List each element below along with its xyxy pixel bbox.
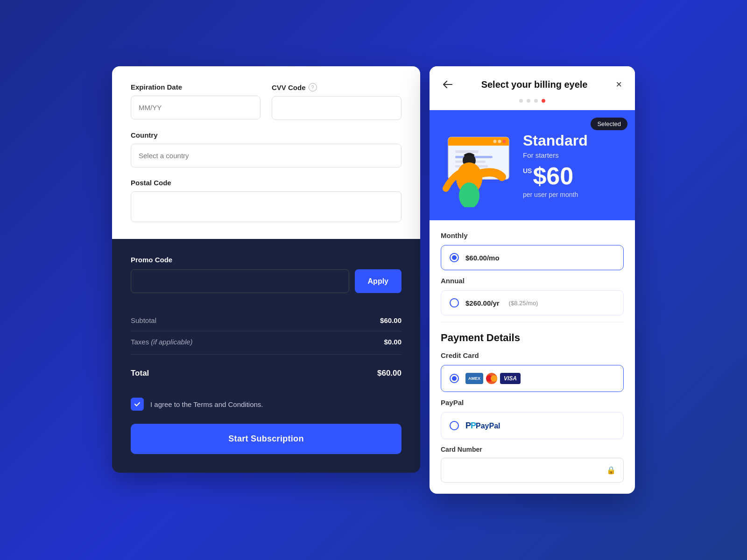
monthly-amount: $60.00/mo: [465, 254, 500, 262]
postal-group: Postal Code: [131, 179, 402, 222]
postal-input[interactable]: [131, 191, 402, 222]
payment-title: Payment Details: [441, 332, 624, 344]
paypal-section-title: PayPal: [441, 399, 624, 406]
monthly-option[interactable]: $60.00/mo: [441, 245, 624, 270]
total-value: $60.00: [377, 369, 402, 378]
right-header: Select your billing eyele ×: [430, 66, 635, 99]
start-subscription-button[interactable]: Start Subscription: [131, 424, 402, 454]
plan-price: US $60: [523, 164, 622, 188]
monthly-section-title: Monthly: [441, 231, 624, 239]
card-icons: AMEX VISA: [465, 373, 521, 384]
right-panel: Select your billing eyele ×: [430, 66, 635, 494]
taxes-label: Taxes (if applicable): [131, 338, 193, 346]
dot-1: [519, 99, 523, 103]
right-body: Monthly $60.00/mo Annual $260.00/yr ($8.…: [430, 220, 635, 494]
card-form-bottom: Promo Code Apply Subtotal $60.00 Taxes (…: [112, 239, 420, 473]
subtotal-label: Subtotal: [131, 316, 156, 324]
right-header-title: Select your billing eyele: [455, 79, 614, 90]
plan-name: Standard: [523, 132, 622, 149]
checkmark-icon: [134, 400, 141, 408]
apply-button[interactable]: Apply: [355, 269, 402, 293]
cvv-info-icon[interactable]: ?: [309, 83, 317, 91]
left-panel: Expiration Date CVV Code ? Country Posta…: [112, 66, 420, 473]
subtotal-row: Subtotal $60.00: [131, 310, 402, 331]
total-label: Total: [131, 369, 149, 378]
card-number-input[interactable]: [449, 466, 602, 474]
expiration-group: Expiration Date: [131, 83, 261, 120]
annual-section-title: Annual: [441, 277, 624, 285]
promo-input[interactable]: [131, 269, 349, 293]
plan-info: Selected Standard For starters US $60 pe…: [523, 132, 622, 198]
cvv-label: CVV Code ?: [272, 83, 402, 91]
illustration-svg: [430, 123, 523, 207]
mastercard-icon: [486, 373, 497, 384]
terms-checkbox[interactable]: [131, 398, 144, 411]
plan-per: per user per month: [523, 191, 622, 198]
amex-icon: AMEX: [465, 373, 483, 384]
country-group: Country: [131, 131, 402, 168]
selected-badge: Selected: [591, 118, 627, 130]
taxes-row: Taxes (if applicable) $0.00: [131, 331, 402, 352]
svg-point-9: [503, 140, 506, 143]
plan-subtitle: For starters: [523, 151, 622, 159]
monthly-radio: [450, 253, 459, 262]
paypal-option[interactable]: P P PayPal: [441, 412, 624, 439]
dot-2: [527, 99, 530, 103]
paypal-radio: [450, 421, 459, 430]
progress-dots: [430, 99, 635, 110]
annual-note: ($8.25/mo): [509, 300, 538, 307]
visa-icon: VISA: [500, 373, 521, 384]
promo-row: Apply: [131, 269, 402, 293]
taxes-value: $0.00: [384, 338, 402, 346]
card-form-top: Expiration Date CVV Code ? Country Posta…: [112, 66, 420, 239]
card-number-label: Card Number: [441, 446, 624, 453]
annual-radio: [450, 298, 459, 308]
country-input[interactable]: [131, 144, 402, 168]
svg-point-8: [498, 140, 501, 143]
expiry-cvv-row: Expiration Date CVV Code ?: [131, 83, 402, 120]
close-button[interactable]: ×: [614, 77, 624, 91]
back-arrow-icon: [443, 80, 453, 89]
back-button[interactable]: [441, 78, 455, 91]
terms-text: I agree to the Terms and Conditions.: [150, 400, 263, 408]
credit-card-section-title: Credit Card: [441, 351, 624, 359]
main-container: Expiration Date CVV Code ? Country Posta…: [112, 66, 635, 494]
expiration-input[interactable]: [131, 96, 261, 119]
payment-divider: [441, 322, 624, 322]
svg-rect-3: [455, 150, 479, 153]
svg-point-7: [493, 140, 497, 143]
promo-label: Promo Code: [131, 256, 402, 264]
paypal-logo: P P PayPal: [465, 420, 507, 431]
plan-currency: US: [523, 168, 532, 174]
svg-rect-2: [448, 143, 509, 146]
total-row: Total $60.00: [131, 362, 402, 385]
cvv-input[interactable]: [272, 96, 402, 120]
annual-option[interactable]: $260.00/yr ($8.25/mo): [441, 290, 624, 315]
cvv-group: CVV Code ?: [272, 83, 402, 120]
postal-label: Postal Code: [131, 179, 402, 187]
card-number-input-wrapper: 🔒: [441, 458, 624, 483]
plan-illustration: [430, 123, 523, 207]
expiration-label: Expiration Date: [131, 83, 261, 91]
promo-section: Promo Code Apply: [131, 256, 402, 293]
svg-text:PayPal: PayPal: [476, 422, 500, 430]
annual-amount: $260.00/yr: [465, 299, 500, 307]
credit-card-option[interactable]: AMEX VISA: [441, 365, 624, 392]
subtotal-value: $60.00: [380, 316, 402, 324]
totals-section: Subtotal $60.00 Taxes (if applicable) $0…: [131, 310, 402, 385]
plan-banner: Selected Standard For starters US $60 pe…: [430, 110, 635, 220]
dot-3: [534, 99, 538, 103]
card-number-section: Card Number 🔒: [441, 446, 624, 483]
dot-4-active: [542, 99, 545, 103]
country-label: Country: [131, 131, 402, 139]
paypal-svg: P P PayPal: [465, 420, 507, 431]
credit-card-radio: [450, 374, 459, 383]
terms-row: I agree to the Terms and Conditions.: [131, 398, 402, 411]
lock-icon: 🔒: [606, 466, 616, 475]
